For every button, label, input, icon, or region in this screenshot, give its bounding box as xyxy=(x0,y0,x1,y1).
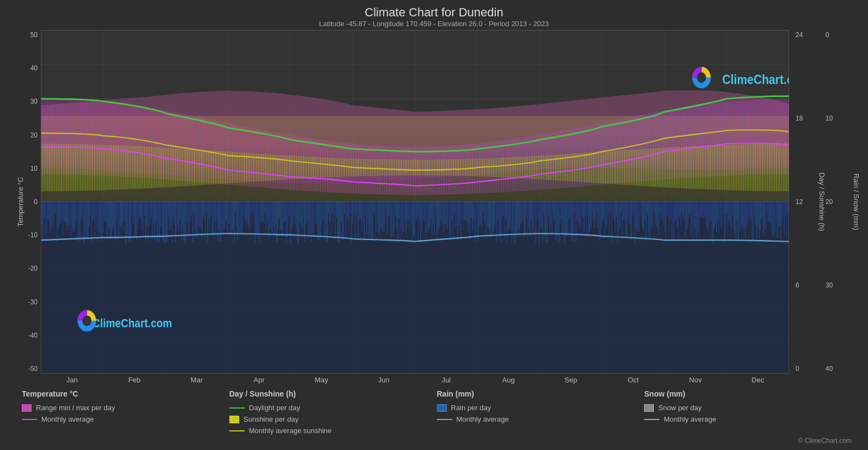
rain-avg-line xyxy=(437,419,452,420)
x-axis-label: Sep xyxy=(539,374,602,384)
svg-text:ClimeChart.com: ClimeChart.com xyxy=(93,316,172,330)
y-right2-tick: 40 xyxy=(825,365,833,373)
legend-label-rain-avg: Monthly average xyxy=(457,415,509,423)
legend-item-daylight: Daylight per day xyxy=(229,404,437,412)
chart-header: Climate Chart for Dunedin Latitude -45.8… xyxy=(11,5,857,28)
legend-item-sunshine-avg: Monthly average sunshine xyxy=(229,427,437,435)
y-left-tick: -40 xyxy=(11,332,38,339)
y-left-tick: 50 xyxy=(11,31,38,39)
copyright: © ClimeChart.com xyxy=(11,437,857,445)
legend-label-temp-avg: Monthly average xyxy=(41,415,94,423)
legend-area: Temperature °C Range min / max per day M… xyxy=(11,389,857,435)
sunshine-avg-line xyxy=(229,430,245,431)
y-axis-right2-label: Rain / Snow (mm) xyxy=(852,173,860,230)
chart-area: Temperature °C 50403020100-10-20-30-40-5… xyxy=(11,30,857,374)
y-right2-tick: 0 xyxy=(825,31,829,39)
x-axis-label: May xyxy=(290,374,353,384)
x-axis-label: Oct xyxy=(602,374,664,384)
x-axis-label: Aug xyxy=(477,374,539,384)
temp-range-swatch xyxy=(22,404,32,412)
y-left-tick: -30 xyxy=(11,298,38,306)
x-axis-label: Jul xyxy=(415,374,477,384)
daylight-line xyxy=(229,407,245,409)
y-right1-tick: 0 xyxy=(796,365,799,373)
chart-plot: ClimeChart.com ClimeChart.com xyxy=(41,30,789,374)
svg-point-1549 xyxy=(697,73,706,83)
y-right1-tick: 12 xyxy=(796,198,803,206)
x-axis-label: Apr xyxy=(228,374,290,384)
legend-label-snow: Snow per day xyxy=(658,404,702,412)
legend-title-snow: Snow (mm) xyxy=(644,389,852,398)
x-axis-label: Dec xyxy=(727,374,789,384)
legend-item-temp-range: Range min / max per day xyxy=(22,404,229,412)
x-axis-label: Nov xyxy=(664,374,726,384)
legend-item-rain-avg: Monthly average xyxy=(437,415,645,423)
legend-title-temperature: Temperature °C xyxy=(22,389,229,398)
legend-col-snow: Snow (mm) Snow per day Monthly average xyxy=(644,389,852,435)
main-container: Climate Chart for Dunedin Latitude -45.8… xyxy=(0,0,868,450)
legend-item-snow-avg: Monthly average xyxy=(644,415,852,423)
y-left-tick: -10 xyxy=(11,231,38,239)
svg-text:ClimeChart.com: ClimeChart.com xyxy=(722,72,789,87)
legend-col-temperature: Temperature °C Range min / max per day M… xyxy=(22,389,229,435)
y-right2-tick: 30 xyxy=(825,281,833,289)
x-axis-label: Jun xyxy=(353,374,415,384)
legend-label-rain: Rain per day xyxy=(451,404,491,412)
chart-svg: ClimeChart.com ClimeChart.com xyxy=(41,30,789,374)
sunshine-swatch xyxy=(229,416,239,423)
y-axis-right-1: Day / Sunshine (h) 24181260 xyxy=(789,30,819,374)
x-axis-label: Feb xyxy=(103,374,165,384)
chart-title: Climate Chart for Dunedin xyxy=(11,5,857,20)
legend-item-sunshine: Sunshine per day xyxy=(229,415,437,423)
y-right1-tick: 18 xyxy=(796,115,803,122)
y-axis-right-2: Rain / Snow (mm) 010203040 xyxy=(819,30,857,374)
y-left-tick: -20 xyxy=(11,265,38,272)
legend-label-temp-range: Range min / max per day xyxy=(36,404,115,412)
x-axis: JanFebMarAprMayJunJulAugSepOctNovDec xyxy=(41,374,789,384)
y-left-tick: -50 xyxy=(11,365,38,373)
chart-subtitle: Latitude -45.87 - Longitude 170.459 - El… xyxy=(11,20,857,28)
y-right1-tick: 6 xyxy=(796,281,799,289)
rain-swatch xyxy=(437,404,447,412)
snow-avg-line xyxy=(644,419,659,420)
legend-title-rain: Rain (mm) xyxy=(437,389,645,398)
y-left-tick: 10 xyxy=(11,165,38,172)
y-right2-tick: 10 xyxy=(825,115,833,122)
x-axis-label: Jan xyxy=(41,374,103,384)
legend-label-daylight: Daylight per day xyxy=(249,404,300,412)
legend-col-rain: Rain (mm) Rain per day Monthly average xyxy=(437,389,645,435)
snow-swatch xyxy=(644,404,654,412)
legend-label-snow-avg: Monthly average xyxy=(664,415,716,423)
legend-item-snow: Snow per day xyxy=(644,404,852,412)
y-axis-left: Temperature °C 50403020100-10-20-30-40-5… xyxy=(11,30,41,374)
y-left-tick: 40 xyxy=(11,64,38,72)
y-right1-tick: 24 xyxy=(796,31,803,39)
x-axis-label: Mar xyxy=(166,374,228,384)
legend-label-sunshine: Sunshine per day xyxy=(244,415,299,423)
y-right2-tick: 20 xyxy=(825,198,833,206)
legend-item-rain: Rain per day xyxy=(437,404,645,412)
svg-point-1551 xyxy=(82,315,92,326)
temp-avg-line xyxy=(22,419,37,420)
y-axis-left-label: Temperature °C xyxy=(16,177,25,226)
y-left-tick: 20 xyxy=(11,131,38,139)
y-left-tick: 30 xyxy=(11,98,38,105)
legend-col-sunshine: Day / Sunshine (h) Daylight per day Suns… xyxy=(229,389,437,435)
legend-item-temp-avg: Monthly average xyxy=(22,415,229,423)
legend-title-sunshine: Day / Sunshine (h) xyxy=(229,389,437,398)
legend-label-sunshine-avg: Monthly average sunshine xyxy=(249,427,332,435)
